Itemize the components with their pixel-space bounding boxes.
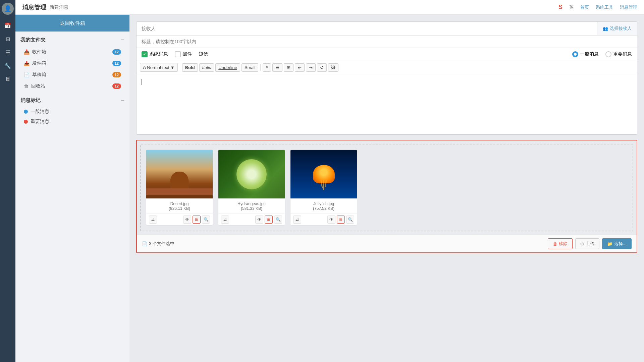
system-msg-label: 系统消息: [149, 51, 168, 57]
upload-button[interactable]: ⊕ 上传: [575, 238, 599, 249]
mark-normal[interactable]: 一般消息: [20, 107, 124, 117]
attachment-name-desert: Desert.jpg: [149, 201, 210, 206]
toolbar-row: A Normal text ▼ Bold Italic Underline Sm…: [137, 61, 637, 74]
attachment-info-jellyfish: Jellyfish.jpg (757.52 KB): [290, 198, 357, 214]
font-dropdown-label: Normal text: [147, 65, 169, 70]
bold-button[interactable]: Bold: [182, 63, 198, 72]
font-dropdown-btn[interactable]: A Normal text ▼: [140, 63, 178, 72]
attachment-size-jellyfish: (757.52 KB): [293, 206, 354, 211]
attachment-size-desert: (826.11 KB): [149, 206, 210, 211]
small-button[interactable]: Small: [241, 63, 259, 72]
inbox-badge: 12: [112, 49, 121, 55]
grid-icon[interactable]: ⊞: [2, 33, 14, 45]
attachment-card-hydrangea: Hydrangeas.jpg (581.33 KB) ⇄ 👁 🗑 🔍: [218, 149, 285, 226]
folder-item-drafts[interactable]: 📄 草稿箱 12: [20, 69, 124, 80]
main-content: 👥 选择接收人 ✓ 系统消息 邮件 短信 一般消息: [129, 15, 644, 362]
page-title: 消息管理: [22, 3, 46, 11]
nav-messages[interactable]: 消息管理: [620, 4, 637, 10]
type-system-msg[interactable]: ✓ 系统消息: [142, 51, 168, 57]
underline-button[interactable]: Underline: [215, 63, 240, 72]
nav-home[interactable]: 首页: [580, 4, 589, 10]
mark-important[interactable]: 重要消息: [20, 117, 124, 127]
type-row: ✓ 系统消息 邮件 短信 一般消息 重要消息: [137, 48, 637, 61]
folder-name-drafts: 草稿箱: [32, 72, 46, 78]
normal-priority-label: 一般消息: [580, 51, 599, 57]
attachment-delete-desert[interactable]: 🗑: [193, 216, 201, 224]
list-icon[interactable]: ☰: [2, 46, 14, 58]
folders-section-header: 我的文件夹 −: [20, 37, 124, 44]
monitor-icon[interactable]: 🖥: [2, 73, 14, 85]
footer-actions: 🗑 移除 ⊕ 上传 📁 选择...: [548, 238, 632, 249]
image-button[interactable]: 🖼: [328, 63, 338, 72]
toolbar-sep-1: [180, 64, 180, 71]
recipient-row: 👥 选择接收人: [137, 22, 637, 36]
attachment-drag-jellyfish[interactable]: ⇄: [293, 216, 301, 224]
folders-collapse-btn[interactable]: −: [121, 37, 124, 44]
back-to-inbox-button[interactable]: 返回收件箱: [15, 15, 129, 32]
type-sms[interactable]: 短信: [199, 51, 208, 57]
select-button[interactable]: 📁 选择...: [602, 238, 632, 249]
priority-important[interactable]: 重要消息: [605, 51, 632, 57]
attachment-zoom-jellyfish[interactable]: 🔍: [346, 216, 354, 224]
avatar[interactable]: 👤: [2, 3, 14, 15]
attachment-view-jellyfish[interactable]: 👁: [327, 216, 335, 224]
editor-cursor: [142, 79, 142, 85]
editor-area[interactable]: [137, 74, 637, 134]
remove-button[interactable]: 🗑 移除: [548, 238, 573, 249]
attachment-drag-desert[interactable]: ⇄: [149, 216, 157, 224]
drafts-badge: 12: [112, 72, 121, 77]
indent-increase-button[interactable]: ⇥: [306, 63, 316, 72]
attachment-delete-hydrangea[interactable]: 🗑: [265, 216, 273, 224]
normal-dot: [24, 110, 28, 114]
top-nav: S 英 首页 系统工具 消息管理: [558, 4, 637, 11]
calendar-icon[interactable]: 📅: [2, 19, 14, 32]
email-label: 邮件: [182, 51, 192, 57]
attachment-info-desert: Desert.jpg (826.11 KB): [146, 198, 213, 214]
important-priority-label: 重要消息: [613, 51, 632, 57]
type-email[interactable]: 邮件: [175, 51, 192, 57]
folders-section: 我的文件夹 − 📥 收件箱 12 📤 发件箱 12 📄 草稿箱 12: [15, 32, 129, 94]
priority-normal[interactable]: 一般消息: [572, 51, 599, 57]
attachment-info-hydrangea: Hydrangeas.jpg (581.33 KB): [218, 198, 285, 214]
subject-input[interactable]: [142, 39, 632, 44]
important-radio: [605, 51, 611, 57]
important-dot: [24, 120, 28, 124]
attachment-zoom-desert[interactable]: 🔍: [202, 216, 210, 224]
lang-selector[interactable]: 英: [569, 4, 574, 10]
attachment-view-desert[interactable]: 👁: [183, 216, 191, 224]
attachment-grid: Desert.jpg (826.11 KB) ⇄ 👁 🗑 🔍: [146, 149, 628, 226]
attachment-name-hydrangea: Hydrangeas.jpg: [221, 201, 282, 206]
folder-item-trash[interactable]: 🗑 回收站 12: [20, 80, 124, 92]
folder-item-inbox[interactable]: 📥 收件箱 12: [20, 46, 124, 58]
attachment-zoom-hydrangea[interactable]: 🔍: [274, 216, 282, 224]
unordered-list-button[interactable]: ☰: [272, 63, 282, 72]
top-bar: 消息管理 新建消息 S 英 首页 系统工具 消息管理: [15, 0, 644, 15]
mark-normal-label: 一般消息: [31, 109, 49, 115]
attachment-count-info: 📄 3 个文件选中: [142, 241, 174, 247]
quote-button[interactable]: ❝: [263, 63, 271, 72]
folder-open-icon: 📁: [607, 241, 612, 246]
folder-item-sent[interactable]: 📤 发件箱 12: [20, 58, 124, 69]
marks-title: 消息标记: [20, 97, 41, 104]
table-button[interactable]: ⊞: [284, 63, 293, 72]
marks-collapse-btn[interactable]: −: [121, 97, 124, 104]
normal-radio: [572, 51, 578, 57]
file-icon: 📄: [142, 241, 147, 246]
italic-button[interactable]: Italic: [199, 63, 214, 72]
nav-tools[interactable]: 系统工具: [596, 4, 613, 10]
attachment-delete-jellyfish[interactable]: 🗑: [337, 216, 345, 224]
attachment-view-hydrangea[interactable]: 👁: [255, 216, 263, 224]
select-recipient-button[interactable]: 👥 选择接收人: [597, 22, 637, 35]
s-logo: S: [558, 4, 562, 11]
recipient-input[interactable]: [137, 22, 597, 35]
chevron-down-icon: ▼: [170, 65, 175, 70]
trash-badge: 12: [112, 83, 121, 89]
font-icon: A: [143, 65, 146, 70]
attachment-drag-hydrangea[interactable]: ⇄: [221, 216, 229, 224]
tool-icon[interactable]: 🔧: [2, 60, 14, 72]
indent-decrease-button[interactable]: ⇤: [295, 63, 305, 72]
people-icon: 👥: [603, 26, 608, 31]
refresh-button[interactable]: ↺: [317, 63, 327, 72]
attachment-action-group-hydrangea: 👁 🗑 🔍: [255, 216, 282, 224]
folder-name-sent: 发件箱: [32, 60, 46, 66]
